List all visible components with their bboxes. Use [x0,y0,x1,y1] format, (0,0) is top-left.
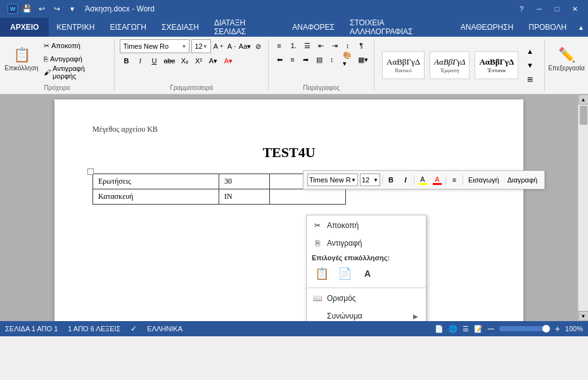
menu-insert[interactable]: ΕΙΣΑΓΩΓΗ [102,18,154,37]
doc-scroll[interactable]: Μέγεθος αρχείου ΚΒ TEST4U Ερωτήσεις 30 Κ… [0,94,578,321]
ft-delete-btn[interactable]: Διαγραφή [504,174,541,186]
ctx-paste-btn-3[interactable]: A [357,263,378,284]
font-color-btn[interactable]: A▾ [221,54,235,67]
editing-btn[interactable]: ✏️ Επεξεργασία [550,39,583,79]
help-btn[interactable]: ? [513,3,530,15]
ctx-copy[interactable]: ⎘ Αντιγραφή [307,234,426,252]
view-outline-btn[interactable]: ☰ [463,325,469,333]
sort-btn[interactable]: ↕ [343,39,355,52]
borders-btn[interactable]: ▦▾ [355,53,369,66]
language-info: ΕΛΛΗΝΙΚΑ [147,325,182,332]
font-shrink-btn[interactable]: A- [226,40,238,53]
menu-layout[interactable]: ΔΙΑΤΑΞΗ ΣΕΛΙΔΑΣ [207,18,284,37]
table-cell-0-1[interactable]: 30 [219,174,270,189]
font-size-box[interactable]: 12 ▼ [191,39,210,53]
menu-references[interactable]: ΑΝΑΦΟΡΕΣ [284,18,342,37]
table-cell-1-0[interactable]: Κατασκευή [93,189,219,205]
format-painter-btn[interactable]: 🖌Αντιγραφή μορφής [41,66,109,79]
title-bar-left: W 💾 ↩ ↪ ▾ Άσκηση.docx - Word [5,3,155,15]
zoom-minus-btn[interactable]: ─ [488,324,494,334]
view-web-btn[interactable]: 🌐 [449,325,457,333]
ft-font-select[interactable]: Times New R ▼ [307,174,358,186]
justify-btn[interactable]: ▤ [313,53,326,66]
ft-highlight-btn[interactable]: A [416,174,429,186]
ctx-synonyms[interactable]: Συνώνυμα ▶ [307,307,426,321]
menu-file[interactable]: ΑΡΧΕΙΟ [0,18,49,37]
align-center-btn[interactable]: ≡ [287,53,298,66]
cut-btn[interactable]: ✂Αποκοπή [41,39,109,52]
document-page[interactable]: Μέγεθος αρχείου ΚΒ TEST4U Ερωτήσεις 30 Κ… [54,99,523,321]
shading-btn[interactable]: 🎨▾ [340,53,354,66]
close-btn[interactable]: ✕ [566,3,583,15]
styles-scroll-up[interactable]: ▲ [523,45,537,58]
highlight-btn[interactable]: A▾ [206,54,220,67]
zoom-slider[interactable] [499,326,550,331]
ft-insert-btn[interactable]: Εισαγωγή [465,174,502,186]
styles-scroll-down[interactable]: ▼ [523,59,537,72]
table-cell-1-1[interactable]: IN [219,189,270,205]
ctx-paste-btn-2[interactable]: 📄 [335,263,355,284]
line-spacing-btn[interactable]: ↕ [327,53,338,66]
ribbon-group-clipboard: 📋 Επικόλληση ✂Αποκοπή ⎘Αντιγραφή 🖌Αντιγρ… [0,39,115,91]
ctx-definition[interactable]: 📖 Ορισμός [307,289,426,307]
ft-italic-btn[interactable]: I [399,174,412,186]
bullets-btn[interactable]: ≡ [274,39,286,52]
view-draft-btn[interactable]: 📝 [474,325,483,333]
style-basic[interactable]: ΑαΒβΓγΔ Βασικό [382,51,425,79]
table-move-handle[interactable] [87,168,94,175]
scroll-bar[interactable]: ▲ ▼ [578,94,588,321]
increase-indent-btn[interactable]: ⇥ [329,39,342,52]
table-cell-0-0[interactable]: Ερωτήσεις [93,174,219,189]
ft-bold-btn[interactable]: B [385,174,397,186]
scroll-thumb[interactable] [580,106,587,125]
minimize-btn[interactable]: ─ [531,3,547,15]
word-count: 1 ΑΠΟ 6 ΛΕΞΕΙΣ [68,325,120,332]
menu-review[interactable]: ΑΝΑΘΕΩΡΗΣΗ [453,18,521,37]
style-emphasis[interactable]: ΑαΒβΓγΔ Έμφαση [430,51,470,79]
font-grow-btn[interactable]: A+ [213,40,224,53]
scroll-track[interactable] [578,104,588,311]
ft-font-color-btn[interactable]: A [431,174,444,186]
menu-design[interactable]: ΣΧΕΔΙΑΣΗ [154,18,207,37]
ft-size-select[interactable]: 12 ▼ [360,174,380,186]
quick-expand-btn[interactable]: ▾ [66,3,79,15]
style-strong[interactable]: ΑαΒβΓγΔ Έντονο [475,51,518,79]
doc-area: Μέγεθος αρχείου ΚΒ TEST4U Ερωτήσεις 30 Κ… [0,94,588,321]
show-marks-btn[interactable]: ¶ [356,39,369,52]
change-case-btn[interactable]: Aa▾ [240,40,251,53]
clear-format-btn[interactable]: ⊘ [253,40,264,53]
scroll-up-btn[interactable]: ▲ [578,94,589,104]
save-quick-btn[interactable]: 💾 [20,3,33,15]
superscript-btn[interactable]: X² [192,54,205,67]
redo-btn[interactable]: ↪ [51,3,63,15]
ctx-paste-btn-1[interactable]: 📋 [312,263,332,284]
strikethrough-btn[interactable]: abc [162,54,177,67]
ctx-cut[interactable]: ✂ Αποκοπή [307,217,426,234]
multilevel-btn[interactable]: ☰ [301,39,314,52]
menu-mailings[interactable]: ΣΤΟΙΧΕΙΑ ΑΛΛΗΛΟΓΡΑΦΙΑΣ [342,18,453,37]
menu-home[interactable]: ΚΕΝΤΡΙΚΗ [49,18,102,37]
paste-btn[interactable]: 📋 Επικόλληση [5,39,38,79]
zoom-thumb[interactable] [542,325,550,332]
restore-btn[interactable]: □ [549,3,565,15]
ft-align-btn[interactable]: ≡ [448,174,461,186]
view-print-btn[interactable]: 📄 [435,325,444,333]
styles-expand[interactable]: ⊞ [524,73,536,86]
table-cell-1-2[interactable] [270,189,346,205]
subscript-btn[interactable]: X₂ [178,54,191,67]
menu-expand-btn[interactable]: ▲ [574,18,588,37]
document-title: TEST4U [93,144,485,161]
scroll-down-btn[interactable]: ▼ [578,311,589,321]
underline-btn[interactable]: U [148,54,160,67]
italic-btn[interactable]: I [134,54,146,67]
zoom-plus-btn[interactable]: + [555,324,560,334]
numbering-btn[interactable]: 1. [288,39,300,52]
copy-btn[interactable]: ⎘Αντιγραφή [41,53,109,65]
undo-btn[interactable]: ↩ [35,3,48,15]
menu-view[interactable]: ΠΡΟΒΟΛΗ [521,18,574,37]
decrease-indent-btn[interactable]: ⇤ [315,39,328,52]
align-left-btn[interactable]: ⬅ [274,53,286,66]
bold-btn[interactable]: B [120,54,132,67]
align-right-btn[interactable]: ➡ [300,53,312,66]
font-name-box[interactable]: Times New Ro ▼ [120,39,189,53]
